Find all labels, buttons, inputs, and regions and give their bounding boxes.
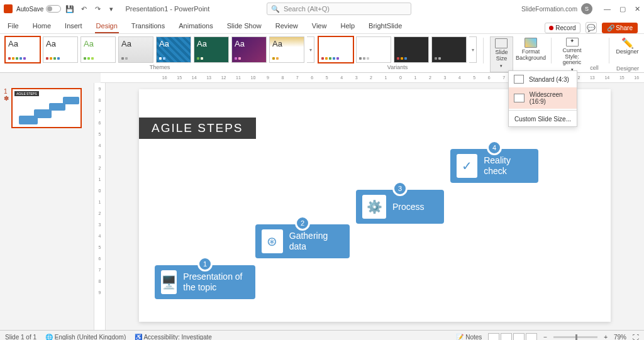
search-input[interactable]: 🔍 Search (Alt+Q) bbox=[267, 3, 411, 15]
slide-title[interactable]: AGILE STEPS bbox=[139, 118, 256, 139]
avatar: S bbox=[581, 3, 592, 14]
tab-brightslide[interactable]: BrightSlide bbox=[367, 19, 403, 33]
tab-help[interactable]: Help bbox=[339, 19, 356, 33]
zoom-out-icon[interactable]: − bbox=[543, 334, 547, 340]
tab-insert[interactable]: Insert bbox=[64, 19, 84, 33]
notes-button[interactable]: 📝 Notes bbox=[456, 334, 482, 340]
status-slide-count[interactable]: Slide 1 of 1 bbox=[5, 334, 36, 340]
maximize-icon[interactable]: ▢ bbox=[619, 5, 626, 13]
variants-dropdown-icon[interactable]: ▾ bbox=[469, 36, 477, 63]
powerpoint-icon bbox=[4, 4, 13, 13]
status-accessibility[interactable]: ♿ Accessibility: Investigate bbox=[135, 334, 212, 340]
zoom-in-icon[interactable]: + bbox=[604, 334, 608, 340]
comments-icon[interactable]: 💬 bbox=[586, 22, 597, 33]
theme-thumb[interactable]: Aa bbox=[231, 36, 267, 63]
undo-icon[interactable]: ↶ bbox=[79, 4, 89, 14]
title-bar: AutoSave 💾 ↶ ↷ ▾ Presentation1 - PowerPo… bbox=[0, 0, 644, 18]
step-label: Gathering data bbox=[289, 231, 341, 252]
theme-thumb[interactable]: Aa bbox=[269, 36, 304, 63]
minimize-icon[interactable]: — bbox=[604, 5, 611, 13]
step-card-3[interactable]: 3 ⚙️ Process bbox=[356, 190, 444, 224]
group-label-variants: Variants bbox=[318, 64, 477, 70]
tab-slideshow[interactable]: Slide Show bbox=[226, 19, 263, 33]
slide-size-icon bbox=[495, 38, 508, 48]
step-label: Process bbox=[392, 202, 425, 212]
close-icon[interactable]: ✕ bbox=[635, 5, 640, 13]
view-buttons bbox=[488, 333, 537, 341]
presentation-icon: 🖥️ bbox=[161, 270, 177, 294]
variant-thumb[interactable] bbox=[431, 36, 467, 63]
redo-icon[interactable]: ↷ bbox=[92, 4, 103, 14]
step-label: Reality check bbox=[484, 155, 530, 177]
tab-file[interactable]: File bbox=[6, 19, 20, 33]
slide-thumbnail[interactable]: AGILE STEPS bbox=[11, 88, 82, 128]
tab-view[interactable]: View bbox=[311, 19, 328, 33]
save-icon[interactable]: 💾 bbox=[65, 4, 75, 14]
format-background-button[interactable]: Format Background bbox=[517, 36, 545, 72]
ribbon-design: Aa Aa Aa Aa Aa Aa Aa Aa ▾ Themes ▾ Varia… bbox=[0, 34, 644, 73]
variants-group: ▾ Variants bbox=[318, 36, 477, 72]
step-badge: 4 bbox=[487, 140, 502, 155]
document-title: Presentation1 - PowerPoint bbox=[125, 5, 209, 13]
step-badge: 3 bbox=[392, 181, 408, 196]
theme-thumb[interactable]: Aa bbox=[194, 36, 229, 63]
theme-thumb[interactable]: Aa bbox=[156, 36, 191, 63]
step-card-1[interactable]: 1 🖥️ Presentation of the topic bbox=[155, 265, 255, 299]
menu-item-custom-size[interactable]: Custom Slide Size... bbox=[509, 112, 577, 126]
cell-label: cell bbox=[590, 65, 602, 71]
tab-animations[interactable]: Animations bbox=[177, 19, 214, 33]
tab-design[interactable]: Design bbox=[95, 19, 119, 33]
zoom-level[interactable]: 79% bbox=[614, 334, 626, 340]
account-name: SlideFormation.com bbox=[521, 6, 577, 13]
tab-review[interactable]: Review bbox=[274, 19, 299, 33]
variant-thumb[interactable] bbox=[394, 36, 429, 63]
window-controls: — ▢ ✕ bbox=[604, 5, 640, 13]
qat-dropdown-icon[interactable]: ▾ bbox=[106, 4, 116, 14]
group-label-designer: Designer bbox=[616, 65, 639, 72]
view-slideshow-icon[interactable] bbox=[526, 333, 537, 341]
autosave-label: AutoSave bbox=[16, 6, 43, 13]
autosave-toggle[interactable]: AutoSave bbox=[16, 5, 61, 13]
theme-thumb[interactable]: Aa bbox=[118, 36, 153, 63]
theme-thumb[interactable]: Aa bbox=[5, 36, 40, 63]
slide-size-menu: Standard (4:3) Widescreen (16:9) Custom … bbox=[508, 70, 577, 127]
step-card-4[interactable]: 4 ✓ Reality check bbox=[450, 149, 538, 183]
check-icon: ✓ bbox=[457, 154, 477, 178]
toggle-switch-icon[interactable] bbox=[46, 5, 61, 13]
tab-transitions[interactable]: Transitions bbox=[130, 19, 166, 33]
designer-icon: ✏️ bbox=[621, 38, 634, 48]
view-normal-icon[interactable] bbox=[488, 333, 499, 341]
share-button[interactable]: 🔗 Share bbox=[602, 23, 638, 33]
tab-home[interactable]: Home bbox=[31, 19, 52, 33]
slide-size-button[interactable]: Slide Size▾ bbox=[490, 36, 513, 72]
format-bg-icon bbox=[525, 38, 537, 48]
themes-dropdown-icon[interactable]: ▾ bbox=[307, 36, 314, 63]
view-sorter-icon[interactable] bbox=[501, 333, 512, 341]
fit-to-window-icon[interactable]: ⛶ bbox=[633, 334, 639, 340]
menu-item-standard[interactable]: Standard (4:3) bbox=[509, 71, 577, 87]
ribbon-tabs: File Home Insert Design Transitions Anim… bbox=[0, 18, 644, 34]
process-icon: ⚙️ bbox=[362, 195, 386, 219]
variant-thumb[interactable] bbox=[356, 36, 391, 63]
theme-thumb[interactable]: Aa bbox=[80, 36, 116, 63]
step-badge: 1 bbox=[197, 256, 213, 271]
search-placeholder: Search (Alt+Q) bbox=[284, 5, 330, 13]
view-reading-icon[interactable] bbox=[513, 333, 525, 341]
gathering-icon: ⊛ bbox=[262, 229, 283, 253]
widescreen-ratio-icon bbox=[514, 94, 525, 102]
group-label-themes: Themes bbox=[5, 64, 314, 70]
current-style-button[interactable]: ✦ Current Style: generic▾ bbox=[558, 36, 586, 72]
status-language[interactable]: 🌐 English (United Kingdom) bbox=[45, 334, 126, 340]
thumb-number: 1✽ bbox=[4, 88, 9, 325]
variant-thumb[interactable] bbox=[318, 36, 353, 63]
theme-thumb[interactable]: Aa bbox=[43, 36, 78, 63]
account-area[interactable]: SlideFormation.com S bbox=[521, 3, 592, 14]
step-badge: 2 bbox=[295, 216, 310, 231]
record-button[interactable]: Record bbox=[545, 23, 580, 33]
zoom-slider[interactable] bbox=[553, 336, 597, 338]
menu-item-widescreen[interactable]: Widescreen (16:9) bbox=[509, 87, 577, 109]
search-icon: 🔍 bbox=[271, 5, 280, 13]
step-label: Presentation of the topic bbox=[183, 271, 247, 293]
step-card-2[interactable]: 2 ⊛ Gathering data bbox=[255, 224, 350, 258]
status-bar: Slide 1 of 1 🌐 English (United Kingdom) … bbox=[0, 330, 644, 340]
